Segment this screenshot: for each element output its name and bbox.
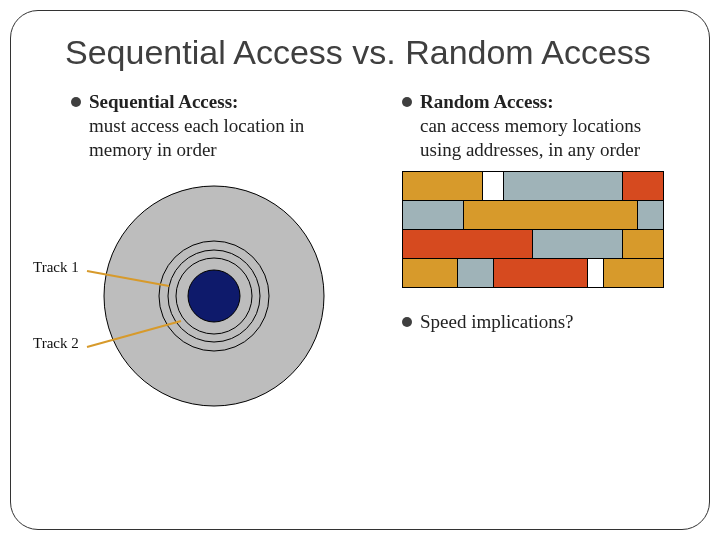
memory-cell [623, 172, 663, 200]
bullet-icon [402, 97, 412, 107]
memory-cell [403, 172, 483, 200]
speed-bullet: Speed implications? [402, 310, 681, 334]
content-columns: Sequential Access: must access each loca… [39, 90, 681, 421]
random-text: Random Access: can access memory locatio… [420, 90, 681, 161]
memory-cell [403, 201, 464, 229]
track2-label: Track 2 [33, 335, 79, 352]
sequential-term: Sequential Access: [89, 91, 238, 112]
random-desc: can access memory locations using addres… [420, 114, 681, 162]
memory-row [403, 172, 663, 201]
sequential-text: Sequential Access: must access each loca… [89, 90, 350, 161]
memory-cell [403, 230, 533, 258]
bullet-icon [402, 317, 412, 327]
memory-cell [494, 259, 589, 287]
memory-row [403, 259, 663, 287]
slide-frame: Sequential Access vs. Random Access Sequ… [10, 10, 710, 530]
memory-row [403, 201, 663, 230]
memory-grid [402, 171, 664, 288]
slide-title: Sequential Access vs. Random Access [65, 33, 681, 72]
memory-cell [403, 259, 458, 287]
memory-row [403, 230, 663, 259]
sequential-bullet: Sequential Access: must access each loca… [71, 90, 350, 161]
track1-label: Track 1 [33, 259, 79, 276]
memory-cell [483, 172, 504, 200]
random-term: Random Access: [420, 91, 554, 112]
disc-diagram: Track 1 Track 2 [39, 171, 339, 421]
memory-cell [604, 259, 663, 287]
speed-text: Speed implications? [420, 310, 574, 334]
svg-point-4 [188, 270, 240, 322]
bullet-icon [71, 97, 81, 107]
random-bullet: Random Access: can access memory locatio… [402, 90, 681, 161]
disc-svg [39, 171, 339, 421]
memory-cell [464, 201, 639, 229]
memory-cell [533, 230, 623, 258]
memory-cell [638, 201, 663, 229]
memory-cell [588, 259, 604, 287]
left-column: Sequential Access: must access each loca… [39, 90, 350, 421]
memory-cell [623, 230, 663, 258]
memory-cell [504, 172, 624, 200]
right-column: Random Access: can access memory locatio… [370, 90, 681, 421]
memory-cell [458, 259, 493, 287]
sequential-desc: must access each location in memory in o… [89, 114, 350, 162]
